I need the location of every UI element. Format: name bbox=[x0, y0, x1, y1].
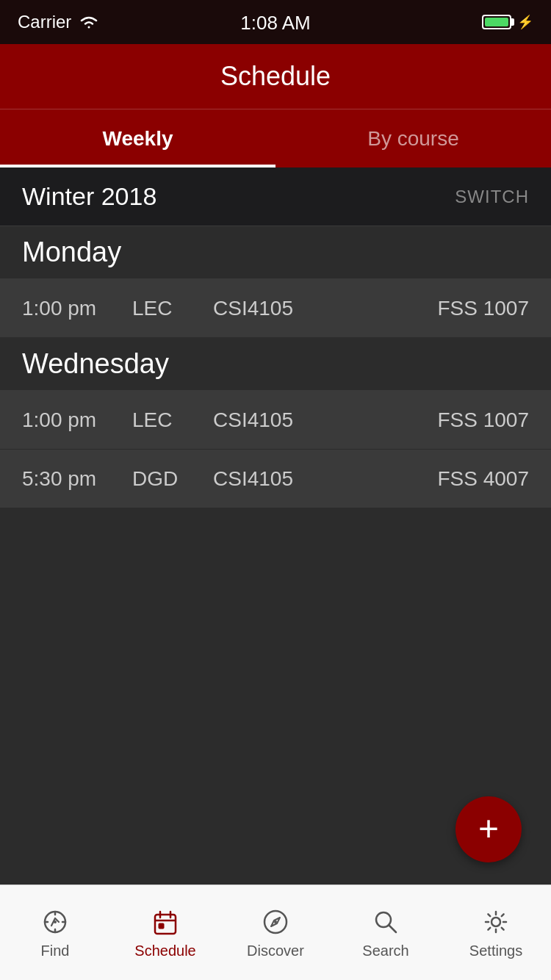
svg-point-13 bbox=[274, 920, 277, 923]
top-tab-bar: Weekly By course bbox=[0, 109, 551, 167]
status-right: ⚡ bbox=[482, 14, 533, 30]
tab-search[interactable]: Search bbox=[331, 906, 441, 959]
battery-icon bbox=[482, 15, 511, 29]
monday-label: Monday bbox=[22, 237, 121, 268]
carrier-label: Carrier bbox=[18, 12, 71, 32]
tab-discover[interactable]: Discover bbox=[220, 906, 331, 959]
app-header: Schedule bbox=[0, 44, 551, 109]
add-button[interactable]: + bbox=[455, 796, 522, 862]
status-bar: Carrier 1:08 AM ⚡ bbox=[0, 0, 551, 44]
discover-label: Discover bbox=[247, 943, 304, 959]
class-type: LEC bbox=[132, 297, 213, 320]
switch-button[interactable]: SWITCH bbox=[455, 187, 529, 207]
add-icon: + bbox=[478, 811, 499, 846]
find-label: Find bbox=[41, 943, 70, 959]
class-type: DGD bbox=[132, 467, 213, 491]
svg-point-5 bbox=[54, 920, 57, 923]
svg-rect-10 bbox=[159, 923, 164, 929]
table-row[interactable]: 5:30 pm DGD CSI4105 FSS 4007 bbox=[0, 450, 551, 508]
wednesday-label: Wednesday bbox=[22, 348, 169, 380]
season-row: Winter 2018 SWITCH bbox=[0, 167, 551, 226]
page-title: Schedule bbox=[220, 61, 331, 92]
monday-section: Monday 1:00 pm LEC CSI4105 FSS 1007 bbox=[0, 226, 551, 338]
status-left: Carrier bbox=[18, 12, 99, 32]
class-time: 1:00 pm bbox=[22, 297, 132, 320]
discover-icon bbox=[259, 906, 292, 938]
find-icon bbox=[39, 906, 71, 938]
monday-header: Monday bbox=[0, 226, 551, 279]
search-label: Search bbox=[362, 943, 408, 959]
wifi-icon bbox=[79, 14, 99, 30]
wednesday-header: Wednesday bbox=[0, 338, 551, 391]
class-type: LEC bbox=[132, 408, 213, 432]
class-code: CSI4105 bbox=[213, 467, 437, 491]
tab-settings[interactable]: Settings bbox=[441, 906, 551, 959]
table-row[interactable]: 1:00 pm LEC CSI4105 FSS 1007 bbox=[0, 391, 551, 450]
charging-icon: ⚡ bbox=[517, 14, 533, 30]
wednesday-section: Wednesday 1:00 pm LEC CSI4105 FSS 1007 5… bbox=[0, 338, 551, 508]
bottom-tab-bar: Find Schedule Discover bbox=[0, 884, 551, 980]
svg-line-15 bbox=[389, 925, 396, 932]
settings-icon bbox=[480, 906, 512, 938]
table-row[interactable]: 1:00 pm LEC CSI4105 FSS 1007 bbox=[0, 279, 551, 338]
schedule-icon bbox=[149, 906, 181, 938]
class-time: 1:00 pm bbox=[22, 408, 132, 432]
svg-point-16 bbox=[491, 918, 500, 926]
settings-label: Settings bbox=[469, 943, 522, 959]
tab-schedule[interactable]: Schedule bbox=[110, 906, 220, 959]
tab-weekly[interactable]: Weekly bbox=[0, 109, 276, 167]
class-code: CSI4105 bbox=[213, 408, 437, 432]
search-icon bbox=[370, 906, 402, 938]
season-label: Winter 2018 bbox=[22, 182, 156, 211]
class-room: FSS 4007 bbox=[437, 467, 529, 491]
class-time: 5:30 pm bbox=[22, 467, 132, 491]
class-room: FSS 1007 bbox=[437, 408, 529, 432]
class-room: FSS 1007 bbox=[437, 297, 529, 320]
tab-by-course[interactable]: By course bbox=[276, 109, 551, 167]
tab-find[interactable]: Find bbox=[0, 906, 110, 959]
class-code: CSI4105 bbox=[213, 297, 437, 320]
schedule-label: Schedule bbox=[134, 943, 195, 959]
status-time: 1:08 AM bbox=[240, 12, 310, 35]
svg-rect-6 bbox=[155, 915, 176, 934]
